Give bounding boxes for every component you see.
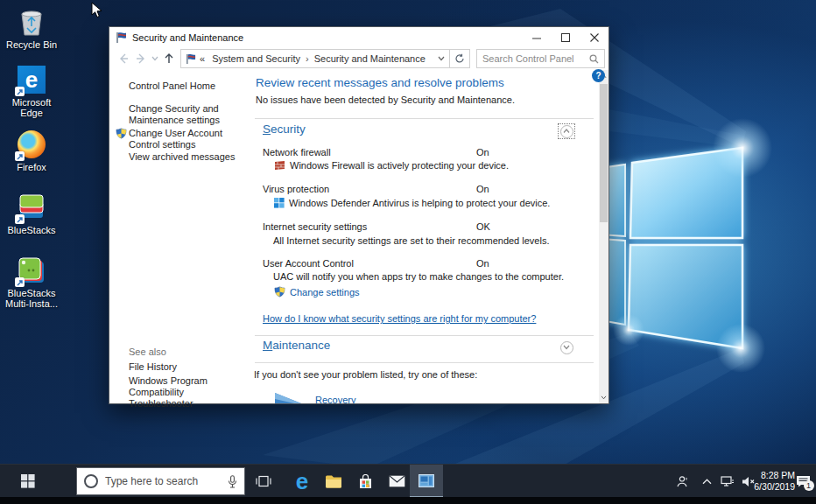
forward-icon[interactable]	[132, 50, 150, 67]
back-icon[interactable]	[115, 50, 132, 67]
cortana-icon	[84, 474, 98, 488]
desktop-icon-label: BlueStacks	[7, 225, 55, 235]
breadcrumb-security-and-maintenance[interactable]: Security and Maintenance	[314, 53, 426, 64]
recycle-bin-icon	[17, 7, 46, 37]
taskbar-search[interactable]	[76, 467, 245, 495]
desktop-icon-recycle-bin[interactable]: Recycle Bin	[0, 7, 63, 50]
main-content: Review recent messages and resolve probl…	[250, 70, 599, 403]
flag-icon	[186, 53, 196, 64]
help-button[interactable]: ?	[592, 69, 605, 82]
maintenance-section-title: Maintenance	[263, 339, 330, 352]
status-line: No issues have been detected by Security…	[256, 94, 515, 105]
flag-icon	[116, 32, 127, 43]
shortcut-arrow-icon	[15, 151, 25, 161]
address-bar[interactable]: « System and Security › Security and Mai…	[180, 49, 450, 68]
window-titlebar[interactable]: Security and Maintenance	[109, 27, 608, 47]
item-description: Windows Defender Antivirus is helping to…	[274, 198, 550, 208]
sidebar-item-file-history[interactable]: File History	[129, 361, 241, 373]
item-description: All Internet security settings are set t…	[273, 235, 549, 246]
taskbar-file-explorer-icon[interactable]	[319, 465, 348, 498]
taskbar-clock[interactable]: 8:28 PM 6/30/2019	[749, 465, 795, 498]
page-title: Review recent messages and resolve probl…	[256, 76, 504, 89]
recovery-link[interactable]: Recovery	[315, 395, 355, 403]
desktop-icon-label: Firefox	[17, 162, 46, 172]
search-icon	[589, 54, 599, 64]
problem-line: If you don't see your problem listed, tr…	[254, 369, 477, 380]
action-center-button[interactable]: 1	[790, 465, 816, 498]
shortcut-arrow-icon	[15, 214, 25, 224]
sidebar-item-change-uac-settings[interactable]: Change User Account Control settings	[129, 128, 241, 150]
taskbar-search-input[interactable]	[105, 475, 228, 487]
network-icon[interactable]	[716, 465, 739, 498]
defender-icon	[274, 198, 285, 208]
item-label: User Account Control	[263, 258, 354, 269]
breadcrumb-system-and-security[interactable]: System and Security	[212, 53, 300, 64]
desktop-icon-label: Microsoft Edge	[1, 97, 62, 118]
bluestacks-multi-icon	[17, 256, 46, 285]
change-settings-link[interactable]: Change settings	[290, 287, 360, 298]
item-label: Internet security settings	[263, 221, 367, 232]
desktop-icon-bluestacks-multi[interactable]: BlueStacks Multi-Insta...	[0, 256, 63, 309]
collapse-security-button[interactable]	[558, 123, 575, 139]
status-value: On	[476, 258, 489, 269]
search-input[interactable]	[482, 53, 589, 64]
vertical-scrollbar[interactable]	[599, 70, 608, 403]
recent-pages-chevron-icon[interactable]	[150, 50, 160, 67]
security-maintenance-window-icon	[419, 474, 434, 487]
sidebar-item-view-archived-messages[interactable]: View archived messages	[129, 151, 241, 163]
screen-bottom-strip	[0, 497, 816, 504]
desktop-icon-firefox[interactable]: Firefox	[0, 130, 63, 172]
maximize-button[interactable]	[551, 27, 580, 47]
desktop-icon-microsoft-edge[interactable]: e Microsoft Edge	[0, 65, 63, 118]
change-settings-row[interactable]: Change settings	[274, 286, 360, 298]
security-section-title: Security	[263, 122, 306, 136]
close-button[interactable]	[580, 27, 608, 47]
navigation-toolbar: « System and Security › Security and Mai…	[109, 47, 608, 70]
taskbar: e	[0, 464, 816, 497]
shortcut-arrow-icon	[15, 87, 25, 96]
item-description: Windows Firewall is actively protecting …	[274, 160, 509, 171]
desktop-icon-bluestacks[interactable]: BlueStacks	[0, 192, 63, 235]
status-value: On	[476, 147, 489, 158]
people-icon[interactable]	[669, 465, 695, 498]
status-value: OK	[476, 221, 490, 232]
start-button[interactable]	[11, 465, 46, 498]
breadcrumb-separator: ›	[306, 53, 309, 64]
divider	[255, 362, 594, 363]
clock-date: 6/30/2019	[754, 481, 795, 493]
status-value: On	[476, 184, 489, 194]
sidebar-item-program-compatibility[interactable]: Windows Program Compatibility Troublesho…	[129, 375, 241, 410]
refresh-icon[interactable]	[450, 49, 470, 68]
edge-icon: e	[17, 65, 46, 94]
bluestacks-icon	[17, 192, 46, 222]
security-and-maintenance-window: Security and Maintenance	[109, 26, 609, 404]
taskbar-store-icon[interactable]	[350, 465, 380, 498]
taskbar-active-security-maintenance[interactable]	[410, 465, 443, 498]
taskbar-edge-icon[interactable]: e	[287, 465, 317, 498]
breadcrumb-prefix[interactable]: «	[200, 53, 205, 64]
taskbar-mail-icon[interactable]	[382, 465, 412, 498]
scrollbar-thumb[interactable]	[600, 84, 608, 222]
notification-badge: 1	[804, 480, 814, 491]
divider	[255, 335, 594, 336]
divider	[255, 118, 594, 119]
expand-maintenance-button[interactable]	[558, 340, 575, 355]
uac-shield-icon	[116, 128, 127, 141]
see-also-heading: See also	[129, 346, 241, 358]
security-help-link[interactable]: How do I know what security settings are…	[263, 313, 536, 324]
address-dropdown-icon[interactable]	[438, 54, 445, 63]
control-panel-sidebar: Control Panel Home Change Security and M…	[109, 70, 250, 403]
sidebar-item-control-panel-home[interactable]: Control Panel Home	[129, 80, 241, 92]
sidebar-item-change-security-settings[interactable]: Change Security and Maintenance settings	[129, 103, 241, 126]
uac-shield-icon	[274, 286, 285, 298]
firefox-icon	[17, 130, 46, 159]
up-icon[interactable]	[160, 50, 178, 67]
task-view-button[interactable]	[249, 465, 278, 498]
control-panel-search[interactable]	[476, 49, 605, 68]
microphone-icon[interactable]	[228, 475, 237, 488]
item-description: UAC will notify you when apps try to mak…	[273, 271, 564, 282]
tray-chevron-up-icon[interactable]	[695, 465, 718, 498]
scroll-down-icon[interactable]	[599, 391, 608, 403]
minimize-button[interactable]	[522, 27, 551, 47]
item-label: Network firewall	[263, 147, 331, 158]
